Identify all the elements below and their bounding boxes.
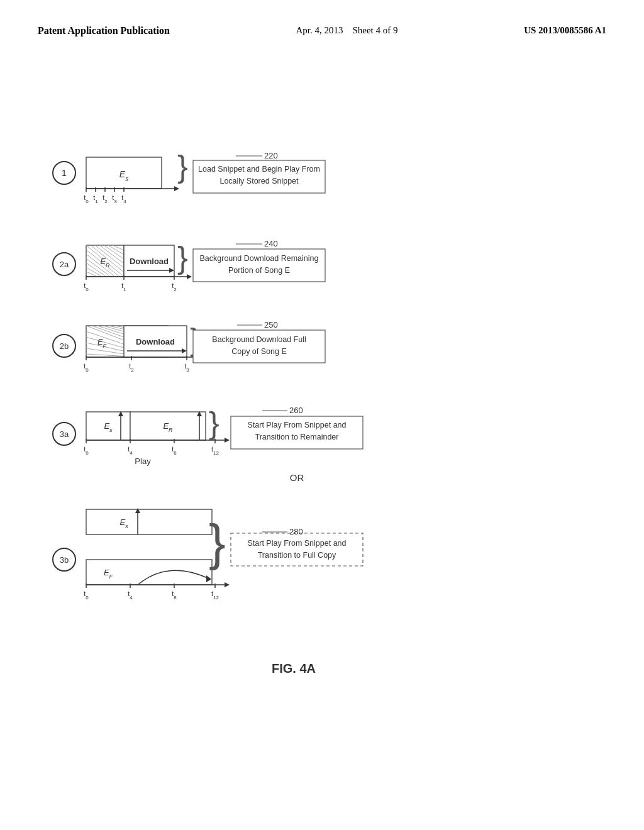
publication-title: Patent Application Publication [38, 25, 170, 36]
svg-marker-116 [225, 582, 230, 587]
step3a-label: 3a [60, 429, 69, 439]
step2b-label: 2b [60, 341, 69, 351]
svg-text:t0: t0 [84, 194, 89, 204]
svg-text:t3: t3 [184, 362, 189, 373]
svg-text:t1: t1 [93, 194, 98, 204]
svg-text:t0: t0 [84, 590, 89, 600]
ref-220: 220 [264, 151, 278, 160]
svg-text:t4: t4 [128, 590, 133, 600]
svg-rect-126 [231, 533, 363, 566]
svg-text:t2: t2 [172, 282, 177, 292]
svg-text:Start Play From Snippet and: Start Play From Snippet and [247, 539, 346, 548]
svg-text:t12: t12 [211, 590, 219, 600]
svg-text:t8: t8 [172, 445, 177, 456]
svg-text:Copy of Song E: Copy of Song E [231, 347, 287, 356]
step1-label: 1 [62, 168, 67, 178]
svg-text:Transition to Full Copy: Transition to Full Copy [258, 551, 336, 560]
svg-text:t4: t4 [121, 194, 126, 204]
ref-260: 260 [289, 406, 303, 415]
ref-280: 280 [289, 527, 303, 536]
step3b-label: 3b [60, 555, 69, 565]
svg-text:}: } [209, 514, 226, 570]
svg-text:t2: t2 [129, 362, 134, 373]
svg-marker-3 [174, 186, 179, 191]
svg-text:}: } [209, 406, 219, 441]
figure-label: FIG. 4A [272, 661, 316, 675]
header-center: Apr. 4, 2013 Sheet 4 of 9 [296, 25, 397, 36]
svg-text:Load Snippet and Begin Play Fr: Load Snippet and Begin Play From [198, 165, 320, 174]
page-header: Patent Application Publication Apr. 4, 2… [0, 0, 644, 36]
svg-text:t2: t2 [103, 194, 108, 204]
svg-text:Locally Stored Snippet: Locally Stored Snippet [219, 177, 299, 185]
svg-rect-108 [86, 509, 212, 534]
svg-text:Start Play From Snippet and: Start Play From Snippet and [247, 421, 346, 429]
svg-text:}: } [177, 240, 188, 275]
download-label-2b: Download [136, 337, 175, 346]
svg-text:t8: t8 [172, 590, 177, 600]
svg-text:Background Download Full: Background Download Full [212, 335, 306, 344]
svg-text:Portion of Song E: Portion of Song E [228, 266, 290, 275]
svg-text:t12: t12 [211, 445, 219, 456]
svg-text:Transition to Remainder: Transition to Remainder [255, 433, 339, 441]
ref-240: 240 [264, 239, 278, 248]
step2a-label: 2a [60, 260, 69, 269]
play-label: Play [135, 456, 151, 466]
download-label-2a: Download [130, 257, 169, 266]
sheet-info: Sheet 4 of 9 [352, 25, 397, 35]
svg-text:t0: t0 [84, 282, 89, 292]
svg-text:t3: t3 [112, 194, 117, 204]
svg-text:t0: t0 [84, 445, 89, 456]
patent-number: US 2013/0085586 A1 [524, 25, 606, 36]
or-label: OR [290, 472, 304, 483]
ref-250: 250 [264, 320, 278, 329]
svg-marker-93 [225, 438, 230, 443]
svg-text:}: } [177, 149, 188, 184]
svg-text:t4: t4 [128, 445, 133, 456]
main-diagram: 1 Es t0 t1 t2 t3 t4 } 220 Load Snippet a… [23, 63, 621, 786]
pub-date: Apr. 4, 2013 [296, 25, 343, 35]
svg-text:t0: t0 [84, 362, 89, 373]
svg-text:Background Download Remaining: Background Download Remaining [199, 254, 318, 263]
svg-text:t1: t1 [121, 282, 126, 292]
